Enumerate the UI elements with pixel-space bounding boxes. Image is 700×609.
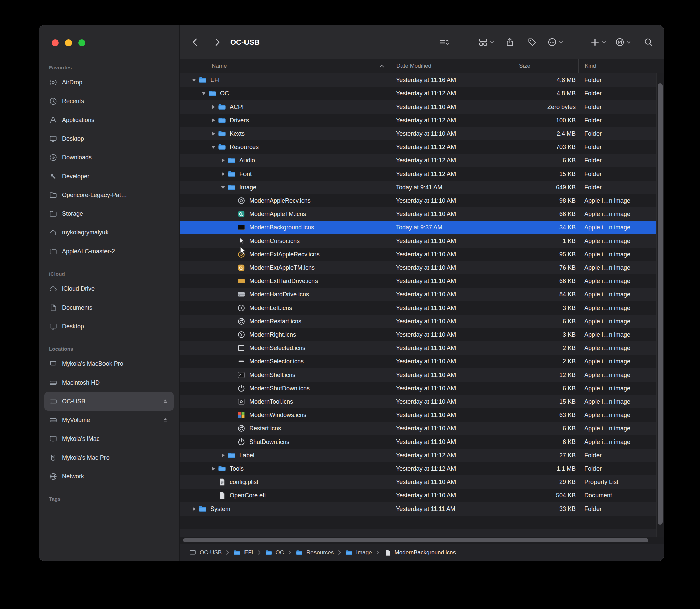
- share-button[interactable]: [503, 34, 517, 50]
- file-row-modernshell-icns[interactable]: ModernShell.icnsYesterday at 11:10 AM12 …: [179, 368, 664, 382]
- column-header-kind[interactable]: Kind: [578, 59, 664, 73]
- eject-icon[interactable]: [162, 398, 169, 405]
- disclosure-triangle-icon[interactable]: [222, 158, 225, 162]
- disclosure-cell[interactable]: [199, 92, 208, 95]
- sidebar-item-icloud-drive[interactable]: iCloud Drive: [44, 279, 174, 298]
- group-button[interactable]: [478, 34, 494, 50]
- sidebar-item-desktop[interactable]: Desktop: [44, 129, 174, 148]
- disclosure-cell[interactable]: [219, 158, 227, 162]
- file-row-audio[interactable]: AudioYesterday at 11:12 AM6 KBFolder: [179, 154, 664, 167]
- file-row-config-plist[interactable]: config.plistYesterday at 11:10 AM29 KBPr…: [179, 475, 664, 489]
- disclosure-cell[interactable]: [219, 453, 227, 457]
- sidebar-item-mykola-s-imac[interactable]: Mykola’s iMac: [44, 430, 174, 448]
- disclosure-triangle-icon[interactable]: [212, 105, 215, 109]
- disclosure-triangle-icon[interactable]: [202, 92, 206, 95]
- minimize-button[interactable]: [65, 39, 72, 46]
- file-row-shutdown-icns[interactable]: ShutDown.icnsYesterday at 11:10 AM6 KBAp…: [179, 435, 664, 449]
- sidebar-item-opencore-legacy-pat[interactable]: Opencore-Legacy-Pat…: [44, 186, 174, 204]
- file-row-tools[interactable]: ToolsYesterday at 11:12 AM1.1 MBFolder: [179, 462, 664, 475]
- disclosure-triangle-icon[interactable]: [222, 453, 225, 457]
- file-row-acpi[interactable]: ACPIYesterday at 11:10 AMZero bytesFolde…: [179, 100, 664, 114]
- sidebar-item-storage[interactable]: Storage: [44, 204, 174, 223]
- disclosure-triangle-icon[interactable]: [221, 186, 225, 189]
- file-row-modernright-icns[interactable]: ModernRight.icnsYesterday at 11:10 AM3 K…: [179, 328, 664, 341]
- sidebar-item-macintosh-hd[interactable]: Macintosh HD: [44, 373, 174, 392]
- forward-button[interactable]: [210, 34, 224, 50]
- disclosure-triangle-icon[interactable]: [211, 146, 215, 149]
- disclosure-cell[interactable]: [219, 186, 227, 189]
- account-button[interactable]: [615, 34, 631, 50]
- breadcrumb-item-image[interactable]: Image: [345, 549, 372, 556]
- sidebar-item-developer[interactable]: Developer: [44, 167, 174, 186]
- file-row-moderntool-icns[interactable]: ModernTool.icnsYesterday at 11:10 AM15 K…: [179, 395, 664, 408]
- disclosure-triangle-icon[interactable]: [212, 467, 215, 471]
- breadcrumb-item-modernbackground-icns[interactable]: ModernBackground.icns: [384, 549, 456, 556]
- file-row-modernappletm-icns[interactable]: ModernAppleTM.icnsYesterday at 11:10 AM6…: [179, 207, 664, 221]
- sidebar-item-mykolagrymalyuk[interactable]: mykolagrymalyuk: [44, 223, 174, 242]
- sidebar-item-airdrop[interactable]: AirDrop: [44, 73, 174, 92]
- disclosure-triangle-icon[interactable]: [192, 79, 196, 82]
- new-folder-button[interactable]: [590, 34, 606, 50]
- file-row-label[interactable]: LabelYesterday at 11:12 AM27 KBFolder: [179, 449, 664, 462]
- file-row-modernselector-icns[interactable]: ModernSelector.icnsYesterday at 11:10 AM…: [179, 355, 664, 368]
- sidebar-item-oc-usb[interactable]: OC-USB: [44, 392, 174, 411]
- file-row-modernshutdown-icns[interactable]: ModernShutDown.icnsYesterday at 11:10 AM…: [179, 382, 664, 395]
- sidebar-item-network[interactable]: Network: [44, 467, 174, 486]
- zoom-button[interactable]: [78, 39, 85, 46]
- file-row-image[interactable]: ImageToday at 9:41 AM649 KBFolder: [179, 180, 664, 194]
- sidebar-item-documents[interactable]: Documents: [44, 298, 174, 317]
- disclosure-cell[interactable]: [209, 146, 218, 149]
- file-row-restart-icns[interactable]: Restart.icnsYesterday at 11:10 AM6 KBApp…: [179, 422, 664, 435]
- sidebar-item-downloads[interactable]: Downloads: [44, 148, 174, 167]
- file-row-efi[interactable]: EFIYesterday at 11:16 AM4.8 MBFolder: [179, 73, 664, 87]
- disclosure-cell[interactable]: [209, 105, 218, 109]
- file-row-kexts[interactable]: KextsYesterday at 11:10 AM2.4 MBFolder: [179, 127, 664, 140]
- file-row-resources[interactable]: ResourcesYesterday at 11:12 AM703 KBFold…: [179, 140, 664, 154]
- file-row-moderncursor-icns[interactable]: ModernCursor.icnsYesterday at 11:10 AM1 …: [179, 234, 664, 247]
- file-row-system[interactable]: SystemYesterday at 11:11 AM33 KBFolder: [179, 502, 664, 516]
- file-row-modernextappletm-icns[interactable]: ModernExtAppleTM.icnsYesterday at 11:10 …: [179, 261, 664, 274]
- breadcrumb-item-resources[interactable]: Resources: [296, 549, 334, 556]
- column-header-name[interactable]: Name: [179, 59, 390, 73]
- sidebar-item-applealc-master-2[interactable]: AppleALC-master-2: [44, 242, 174, 261]
- file-row-modernharddrive-icns[interactable]: ModernHardDrive.icnsYesterday at 11:10 A…: [179, 288, 664, 301]
- file-row-modernextapplerecv-icns[interactable]: ModernExtAppleRecv.icnsYesterday at 11:1…: [179, 247, 664, 261]
- column-header-size[interactable]: Size: [514, 59, 578, 73]
- file-row-modernleft-icns[interactable]: ModernLeft.icnsYesterday at 11:10 AM3 KB…: [179, 301, 664, 315]
- disclosure-cell[interactable]: [219, 172, 227, 176]
- disclosure-triangle-icon[interactable]: [212, 118, 215, 122]
- close-button[interactable]: [52, 39, 58, 46]
- file-row-modernextharddrive-icns[interactable]: ModernExtHardDrive.icnsYesterday at 11:1…: [179, 274, 664, 288]
- file-row-modernapplerecv-icns[interactable]: ModernAppleRecv.icnsYesterday at 11:10 A…: [179, 194, 664, 207]
- file-row-oc[interactable]: OCYesterday at 11:12 AM4.8 MBFolder: [179, 87, 664, 100]
- breadcrumb-item-efi[interactable]: EFI: [233, 549, 253, 556]
- more-actions-button[interactable]: [547, 34, 563, 50]
- back-button[interactable]: [188, 34, 202, 50]
- vertical-scrollbar[interactable]: [657, 73, 664, 537]
- file-row-modernwindows-icns[interactable]: ModernWindows.icnsYesterday at 11:10 AM6…: [179, 408, 664, 422]
- sidebar-item-mykola-s-mac-pro[interactable]: Mykola’s Mac Pro: [44, 448, 174, 467]
- horizontal-scrollbar[interactable]: [179, 537, 664, 544]
- disclosure-cell[interactable]: [209, 132, 218, 136]
- disclosure-cell[interactable]: [209, 118, 218, 122]
- disclosure-triangle-icon[interactable]: [222, 172, 225, 176]
- view-options-button[interactable]: [437, 34, 451, 50]
- sidebar-item-desktop[interactable]: Desktop: [44, 317, 174, 336]
- disclosure-cell[interactable]: [190, 79, 198, 82]
- file-row-modernselected-icns[interactable]: ModernSelected.icnsYesterday at 11:10 AM…: [179, 341, 664, 355]
- disclosure-triangle-icon[interactable]: [212, 132, 215, 136]
- search-button[interactable]: [642, 34, 655, 50]
- vertical-scrollbar-thumb[interactable]: [658, 83, 663, 525]
- file-row-opencore-efi[interactable]: OpenCore.efiYesterday at 11:10 AM504 KBD…: [179, 489, 664, 502]
- breadcrumb-item-oc-usb[interactable]: OC-USB: [189, 549, 222, 556]
- sidebar-item-applications[interactable]: Applications: [44, 110, 174, 129]
- disclosure-cell[interactable]: [190, 507, 198, 511]
- disclosure-triangle-icon[interactable]: [193, 507, 196, 511]
- column-header-date[interactable]: Date Modified: [390, 59, 514, 73]
- disclosure-cell[interactable]: [209, 467, 218, 471]
- sidebar-item-recents[interactable]: Recents: [44, 92, 174, 110]
- breadcrumb-item-oc[interactable]: OC: [265, 549, 284, 556]
- file-row-modernrestart-icns[interactable]: ModernRestart.icnsYesterday at 11:10 AM6…: [179, 315, 664, 328]
- file-row-font[interactable]: FontYesterday at 11:12 AM15 KBFolder: [179, 167, 664, 180]
- tags-button[interactable]: [525, 34, 539, 50]
